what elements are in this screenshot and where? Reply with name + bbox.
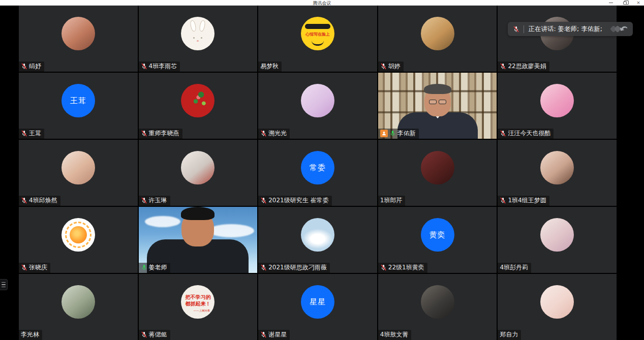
mic-muted-icon[interactable] — [513, 26, 519, 33]
participant-tile[interactable]: 汪汪今天也很酷 — [498, 73, 617, 139]
divider — [524, 25, 524, 33]
participant-tile[interactable]: 4班邱焕然 — [19, 140, 138, 206]
mic-muted-icon — [21, 130, 27, 137]
participant-tile[interactable]: 1班郎芹 — [378, 140, 497, 206]
participant-label: 蒋偲懿 — [139, 330, 170, 340]
participant-label: 重师李晓燕 — [139, 129, 182, 139]
participant-name: 1班4组王梦圆 — [508, 196, 546, 205]
participant-tile[interactable]: 郑自力 — [498, 274, 617, 340]
close-icon[interactable]: × — [636, 1, 641, 6]
participant-tile[interactable]: 张晓庆 — [19, 207, 138, 273]
participant-name: 张晓庆 — [29, 263, 47, 272]
participant-label: 李佑新 — [378, 129, 419, 139]
mic-muted-icon — [141, 331, 147, 338]
avatar-photo — [62, 17, 95, 50]
reaction-arrows-icon[interactable] — [606, 24, 629, 34]
video-grid: 绢妤4班李雨芯心情写在脸上易梦秋胡婷22思政廖美娟王茸王茸重师李晓燕溯光光李佑新… — [19, 6, 617, 340]
avatar-smiley-face: 心情写在脸上 — [301, 17, 334, 50]
participant-tile[interactable]: 绢妤 — [19, 6, 138, 72]
mic-muted-icon — [141, 197, 147, 204]
participant-tile[interactable]: 常委2021级研究生 崔常委 — [258, 140, 377, 206]
participant-name: 22级1班黄奕 — [388, 263, 424, 272]
participant-name: 李光林 — [21, 330, 39, 339]
avatar-photo — [540, 151, 574, 184]
participant-tile[interactable]: 许玉琳 — [139, 140, 258, 206]
participant-tile[interactable]: 黄奕22级1班黄奕 — [378, 207, 497, 273]
avatar-text: 心情写在脸上 — [301, 32, 334, 37]
participant-label: 4班彭丹莉 — [498, 263, 531, 273]
participant-tile[interactable]: 1班4组王梦圆 — [498, 140, 617, 206]
avatar-initials: 王茸 — [62, 84, 95, 117]
participant-tile[interactable]: 4班李雨芯 — [139, 6, 258, 72]
mic-muted-icon — [21, 197, 27, 204]
mic-muted-icon — [513, 26, 519, 33]
participant-label: 2021级研究生 崔常委 — [258, 196, 331, 206]
participant-name: 4班李雨芯 — [149, 62, 177, 71]
participant-label: 许玉琳 — [139, 196, 170, 206]
participant-tile[interactable]: 王茸王茸 — [19, 73, 138, 139]
avatar-initials: 常委 — [301, 151, 334, 184]
participant-name: 姜老师 — [149, 263, 167, 272]
titlebar: 腾讯会议 × — [0, 0, 644, 6]
participant-label: 22级1班黄奕 — [378, 263, 427, 273]
mic-muted-icon — [260, 331, 267, 338]
participant-name: 汪汪今天也很酷 — [508, 129, 550, 138]
participant-tile[interactable]: 星星谢星星 — [258, 274, 377, 340]
participant-tile[interactable]: 重师李晓燕 — [139, 73, 258, 139]
avatar-text: 王茸 — [70, 96, 86, 106]
participant-tile[interactable]: 李佑新 — [378, 73, 497, 139]
avatar-photo — [181, 151, 214, 184]
participant-tile[interactable]: 心情写在脸上易梦秋 — [258, 6, 377, 72]
avatar-photo — [301, 84, 334, 117]
mic-muted-icon — [21, 63, 27, 70]
participant-label: 胡婷 — [378, 61, 404, 72]
participant-tile[interactable]: 溯光光 — [258, 73, 377, 139]
participant-tile[interactable]: 胡婷 — [378, 6, 497, 72]
participant-name: 重师李晓燕 — [149, 129, 179, 138]
participant-name: 4班邱焕然 — [29, 196, 57, 205]
participant-name: 2021级研思政刁雨薇 — [268, 263, 327, 272]
speaking-banner: 正在讲话: 姜老师; 李佑新; — [508, 22, 633, 36]
avatar-initials: 黄奕 — [421, 218, 454, 252]
minimize-icon[interactable] — [608, 1, 614, 6]
mic-muted-icon — [500, 130, 506, 137]
participants-panel-toggle[interactable] — [0, 279, 8, 290]
avatar-text: 黄奕 — [430, 230, 446, 240]
sunglasses-icon — [305, 24, 330, 29]
participant-label: 汪汪今天也很酷 — [498, 129, 554, 139]
mic-muted-icon — [260, 264, 267, 271]
host-icon — [380, 130, 388, 137]
participant-label: 4班李雨芯 — [139, 61, 180, 72]
mic-muted-icon — [500, 197, 506, 204]
participant-name: 绢妤 — [29, 62, 41, 71]
window-title: 腾讯会议 — [313, 0, 331, 7]
participant-name: 4班敖文菁 — [380, 330, 409, 339]
mic-muted-icon — [380, 264, 387, 271]
participant-label: 4班邱焕然 — [19, 196, 60, 206]
participant-tile[interactable]: 姜老师 — [139, 207, 258, 273]
participant-tile[interactable]: 把不学习的都抓起来！——上网对象蒋偲懿 — [139, 274, 258, 340]
participant-label: 2021级研思政刁雨薇 — [258, 263, 330, 273]
participant-name: 胡婷 — [388, 62, 401, 71]
participant-label: 姜老师 — [139, 263, 170, 273]
participant-name: 蒋偲懿 — [149, 330, 167, 339]
participant-label: 郑自力 — [498, 330, 521, 340]
window-controls: × — [608, 0, 641, 6]
participant-label: 张晓庆 — [19, 263, 50, 273]
participant-label: 4班敖文菁 — [378, 330, 412, 340]
participant-tile[interactable]: 4班彭丹莉 — [498, 207, 617, 273]
participant-tile[interactable]: 2021级研思政刁雨薇 — [258, 207, 377, 273]
avatar-photo — [421, 285, 454, 319]
participant-label: 22思政廖美娟 — [498, 61, 549, 72]
participant-label: 1班郎芹 — [378, 196, 406, 206]
restore-window-icon[interactable] — [622, 1, 627, 6]
participant-name: 许玉琳 — [149, 196, 167, 205]
mic-active-icon — [141, 264, 147, 271]
poster-line: 都抓起来！ — [181, 300, 214, 307]
participant-name: 4班彭丹莉 — [500, 263, 528, 272]
participant-tile[interactable]: 李光林 — [19, 274, 138, 340]
participant-tile[interactable]: 22思政廖美娟 — [498, 6, 617, 72]
participant-label: 1班4组王梦圆 — [498, 196, 549, 206]
participant-label: 绢妤 — [19, 61, 44, 72]
participant-tile[interactable]: 4班敖文菁 — [378, 274, 497, 340]
